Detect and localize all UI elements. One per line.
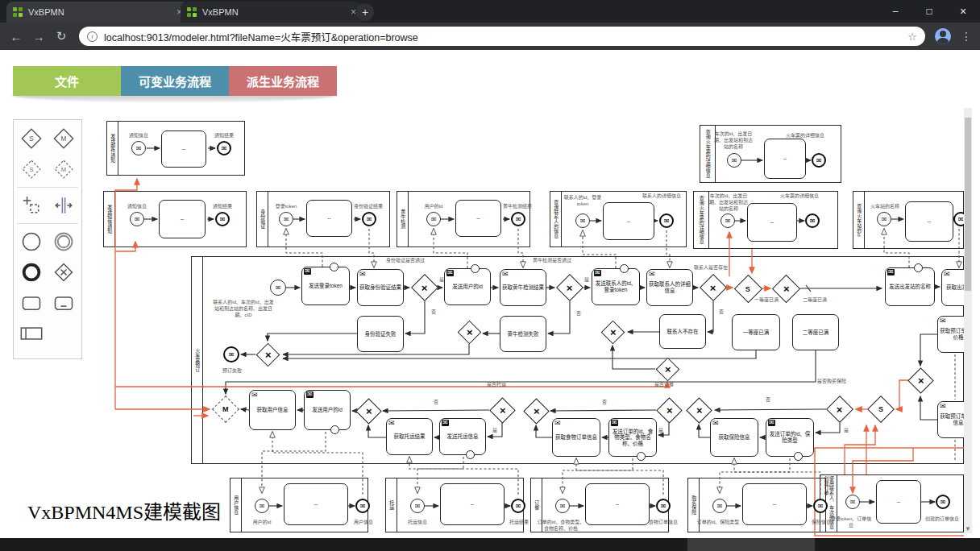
- bpmn-start-event[interactable]: ✉: [712, 499, 727, 513]
- back-icon[interactable]: ←: [5, 30, 27, 44]
- palette-start-event[interactable]: [15, 226, 48, 257]
- bpmn-end-event[interactable]: ✉: [813, 499, 828, 513]
- palette-gateway-m[interactable]: M: [48, 123, 80, 154]
- boundary-event[interactable]: [637, 452, 646, 461]
- bpmn-end-event[interactable]: ✉: [812, 153, 826, 168]
- boundary-event[interactable]: [914, 263, 923, 272]
- bpmn-task[interactable]: 二等座已满: [792, 314, 839, 350]
- bpmn-start-event[interactable]: ✉: [130, 212, 144, 226]
- bpmn-task[interactable]: --: [905, 201, 953, 242]
- bpmn-start-event[interactable]: ✉: [727, 153, 741, 168]
- profile-avatar[interactable]: [935, 28, 951, 44]
- ribbon-tab-file[interactable]: 文件: [13, 66, 121, 96]
- bpmn-start-event[interactable]: ✉: [720, 213, 735, 228]
- bpmn-task[interactable]: ✉获取联系人的详细信息: [646, 269, 693, 306]
- bpmn-end-event[interactable]: ✉: [362, 212, 376, 226]
- scrollbar-down-arrow[interactable]: ▼: [964, 525, 972, 532]
- bpmn-task[interactable]: --: [764, 139, 806, 179]
- menu-kebab-icon[interactable]: ⋮: [961, 30, 972, 43]
- bpmn-task[interactable]: ✉获取黄牛检测结果: [500, 269, 546, 306]
- bpmn-start-event[interactable]: ✉: [279, 212, 293, 226]
- bpmn-start-event[interactable]: ✉: [131, 141, 146, 155]
- bpmn-task[interactable]: --: [876, 480, 921, 524]
- window-close-button[interactable]: ×: [946, 0, 980, 23]
- bpmn-task[interactable]: ✉获取出发站的id: [941, 269, 964, 306]
- bpmn-task[interactable]: --: [440, 483, 505, 525]
- bpmn-task[interactable]: 身份验证失败: [357, 316, 404, 352]
- bpmn-end-event[interactable]: ✉: [511, 499, 525, 513]
- bpmn-task[interactable]: ✉获取预订车票的价格: [937, 316, 964, 353]
- bpmn-end-event[interactable]: ✉: [215, 212, 230, 226]
- bpmn-start-event[interactable]: ✉: [555, 499, 570, 513]
- bpmn-end-event[interactable]: ✉: [355, 499, 370, 513]
- boundary-event[interactable]: [794, 452, 803, 461]
- palette-subprocess[interactable]: [48, 288, 80, 318]
- browser-tab-active[interactable]: VxBPMN ×: [6, 2, 189, 23]
- palette-pool[interactable]: [15, 318, 48, 349]
- bpmn-task[interactable]: ✉发送托运信息: [439, 418, 486, 455]
- ribbon-tab-variable-process[interactable]: 可变业务流程: [121, 66, 229, 96]
- scrollbar-thumb[interactable]: [965, 118, 971, 291]
- boundary-event[interactable]: [471, 264, 480, 273]
- tab-close-icon[interactable]: ×: [351, 6, 356, 18]
- bpmn-end-event[interactable]: ✉: [217, 141, 231, 155]
- bpmn-task[interactable]: --: [161, 130, 206, 168]
- bpmn-end-event[interactable]: ✉: [936, 495, 950, 509]
- bpmn-task[interactable]: ✉获取身份验证结果: [357, 269, 404, 306]
- bpmn-start-event[interactable]: ✉: [877, 212, 891, 226]
- bpmn-start-event[interactable]: ✉: [410, 499, 425, 513]
- boundary-event[interactable]: [620, 264, 629, 273]
- reload-icon[interactable]: ↻: [50, 29, 73, 44]
- bpmn-task[interactable]: 黄牛检测失败: [500, 316, 546, 352]
- bpmn-start-event[interactable]: ✉: [845, 495, 860, 509]
- browser-tab-inactive[interactable]: VxBPMN ×: [181, 2, 363, 23]
- bpmn-start-event[interactable]: ✉: [255, 499, 269, 513]
- palette-space-tool[interactable]: [48, 190, 80, 221]
- vertical-scrollbar[interactable]: ▼: [964, 108, 972, 533]
- bpmn-task[interactable]: ✉获取托运结果: [386, 418, 433, 455]
- bpmn-task[interactable]: ✉发送用户的id: [304, 390, 351, 430]
- bpmn-task[interactable]: --: [603, 202, 654, 240]
- boundary-event[interactable]: [330, 263, 338, 271]
- bpmn-task[interactable]: ✉发送用户的id: [444, 268, 491, 305]
- palette-end-event[interactable]: [15, 257, 48, 288]
- bpmn-task[interactable]: --: [742, 483, 807, 525]
- palette-gateway-s-dashed[interactable]: S: [15, 154, 48, 184]
- bpmn-end-event[interactable]: ✉: [223, 346, 239, 362]
- bpmn-task[interactable]: --: [747, 203, 797, 242]
- bpmn-task[interactable]: ✉获取食物订单信息: [552, 418, 600, 457]
- bpmn-task[interactable]: ✉发送联系人的id、登录token: [592, 268, 640, 305]
- address-bar[interactable]: i localhost:9013/modeler.html?fileName=火…: [79, 27, 925, 46]
- bpmn-task[interactable]: --: [284, 483, 348, 525]
- new-tab-button[interactable]: +: [356, 3, 374, 21]
- bpmn-end-event[interactable]: ✉: [656, 499, 671, 513]
- bpmn-task[interactable]: ✉获取预订车票的信息: [937, 401, 964, 438]
- palette-gateway-m-dashed[interactable]: M: [48, 154, 80, 184]
- forward-icon[interactable]: →: [27, 30, 50, 44]
- bpmn-start-event[interactable]: ✉: [270, 280, 286, 296]
- site-info-icon[interactable]: i: [87, 31, 98, 42]
- bpmn-task[interactable]: ✉发送订单的id、保险类型: [766, 418, 814, 457]
- diagram-canvas[interactable]: 发送邮件通知查询火车票的详细信息发送短信通知身份验证黄牛检测查询联系人的信息查询…: [85, 106, 964, 536]
- window-minimize-button[interactable]: –: [878, 0, 912, 23]
- bookmark-star-icon[interactable]: ☆: [907, 31, 917, 43]
- bpmn-start-event[interactable]: ✉: [426, 212, 441, 226]
- palette-gateway-s[interactable]: S: [15, 123, 48, 154]
- palette-gateway-xor[interactable]: [48, 257, 80, 288]
- palette-intermediate-event[interactable]: [48, 226, 80, 257]
- ribbon-tab-derived-process[interactable]: 派生业务流程: [229, 66, 337, 96]
- bpmn-end-event[interactable]: ✉: [511, 212, 525, 226]
- bpmn-task[interactable]: ✉发送出发站的名称: [885, 267, 935, 306]
- palette-lasso-tool[interactable]: [15, 190, 48, 221]
- bpmn-start-event[interactable]: ✉: [575, 213, 590, 228]
- bpmn-end-event[interactable]: ✉: [953, 212, 964, 226]
- bpmn-task[interactable]: 一等座已满: [732, 314, 780, 350]
- bpmn-task[interactable]: ✉获取用户信息: [249, 390, 296, 430]
- bpmn-end-event[interactable]: ✉: [805, 213, 820, 228]
- bpmn-task[interactable]: ✉获取保险信息: [710, 418, 758, 457]
- window-maximize-button[interactable]: □: [912, 0, 946, 23]
- url-text[interactable]: localhost:9013/modeler.html?fileName=火车票…: [104, 29, 901, 44]
- bpmn-task[interactable]: --: [159, 200, 206, 238]
- bpmn-end-event[interactable]: ✉: [659, 213, 674, 228]
- bpmn-task[interactable]: ✉发送登录token: [301, 267, 350, 305]
